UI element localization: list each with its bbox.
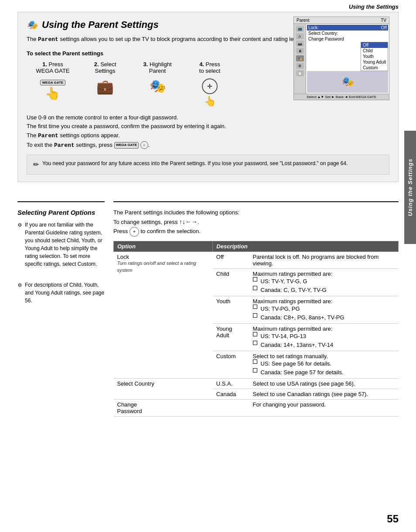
- tip-2: ✡ For descriptions of Child, Youth, and …: [17, 281, 105, 305]
- top-section: 🎭 Using the Parent Settings The Parent s…: [17, 12, 399, 182]
- select-button-icon: ✛: [202, 78, 218, 94]
- page-number: 55: [387, 513, 399, 525]
- tv-dropdown-custom: Custom: [361, 65, 388, 71]
- child-us-item: US: TV-Y, TV-G, G: [253, 277, 395, 286]
- options-intro-line1: The Parent settings includes the followi…: [113, 208, 399, 217]
- tv-menu-country: Select Country:: [307, 30, 388, 36]
- lock-off-value: Off: [213, 252, 249, 269]
- country-option-cell: Select Country: [114, 379, 213, 400]
- body-text: Use 0-9 on the remote control to enter a…: [27, 113, 289, 150]
- youngadult-us-item: US: TV-14, PG-13: [253, 332, 395, 341]
- lock-child-desc: Maximum ratings permitted are: US: TV-Y,…: [249, 269, 399, 296]
- youngadult-canada-text: Canada: 14+, 13ans+, TV-14: [261, 341, 334, 349]
- lock-label: Lock: [117, 254, 129, 260]
- tip-1-text: If you are not familiar with the Parenta…: [25, 221, 105, 268]
- options-intro-line2: To change settings, press ↑↓←→.: [113, 217, 399, 227]
- step-2-label: 2. SelectSettings: [94, 61, 116, 74]
- col-description: Description: [213, 241, 399, 252]
- hand-press-icon: 👆: [45, 87, 60, 100]
- checkbox-youth-canada: [253, 313, 257, 318]
- tv-sidebar-icon-7: 📋: [296, 70, 304, 76]
- tv-menu-password-label: Change Password: [308, 37, 344, 41]
- table-row-lock-off: Lock Turn ratings on/off and select a ra…: [114, 252, 399, 269]
- parent-mono-2: Parent: [54, 142, 75, 149]
- step-1-image: WEGA GATE 👆: [40, 78, 65, 101]
- tv-mockup-body: 📺 🔊 📷 🖥 🎭 ⚙ 📋 Lock: Off Select Country:: [294, 24, 389, 94]
- tip-1: ✡ If you are not familiar with the Paren…: [17, 221, 105, 268]
- tv-sidebar-icon-2: 🔊: [296, 33, 304, 39]
- tv-dropdown: Off Child Youth Young Adult Custom: [361, 42, 388, 71]
- tv-sidebar-icon-1: 📺: [296, 26, 304, 32]
- tv-mockup: Parent TV 📺 🔊 📷 🖥 🎭 ⚙ 📋 Lock: Off: [293, 17, 389, 100]
- parent-settings-icon: 🎭: [27, 20, 38, 30]
- step-2: 2. SelectSettings 💼: [79, 61, 131, 95]
- tv-dropdown-off: Off: [361, 42, 388, 48]
- checkbox-youngadult-us: [253, 332, 257, 336]
- steps-row: 1. PressWEGA GATE WEGA GATE 👆 2. SelectS…: [27, 61, 236, 107]
- country-canada-value: Canada: [213, 389, 249, 400]
- tv-dropdown-youth: Youth: [361, 54, 388, 59]
- tv-menu-lock: Lock: Off: [307, 25, 388, 30]
- country-usa-value: U.S.A.: [213, 379, 249, 389]
- lock-option-cell: Lock Turn ratings on/off and select a ra…: [114, 252, 213, 379]
- step-3-image: 🎭: [150, 78, 166, 94]
- lock-youngadult-value: Young Adult: [213, 324, 249, 351]
- options-intro: The Parent settings includes the followi…: [113, 208, 399, 237]
- child-canada-item: Canada: C, G, TV-Y, TV-G: [253, 286, 395, 295]
- youngadult-us-text: US: TV-14, PG-13: [261, 332, 307, 341]
- lock-custom-desc: Select to set ratings manually. US: See …: [249, 351, 399, 379]
- parent-mono-1: Parent: [38, 132, 58, 139]
- exit-circle-btn: ○: [140, 141, 148, 149]
- tv-mockup-main: Lock: Off Select Country: Change Passwor…: [306, 24, 389, 94]
- parent-menu-icon: 🎭: [150, 78, 166, 94]
- wega-gate-button-img: WEGA GATE: [40, 80, 65, 85]
- step-1-label: 1. PressWEGA GATE: [36, 61, 69, 74]
- lock-youngadult-desc: Maximum ratings permitted are: US: TV-14…: [249, 324, 399, 351]
- step-4-image: ✛ 👆: [202, 78, 218, 107]
- right-column: The Parent settings includes the followi…: [113, 193, 399, 417]
- country-usa-desc: Select to use USA ratings (see page 56).: [249, 379, 399, 389]
- note-text: You need your password for any future ac…: [42, 159, 348, 167]
- checkbox-custom-canada: [253, 368, 257, 373]
- custom-canada-text: Canada: See page 57 for details.: [261, 368, 344, 377]
- tv-menu-country-label: Select Country:: [308, 31, 338, 36]
- child-canada-text: Canada: C, G, TV-Y, TV-G: [261, 286, 327, 295]
- lock-youth-value: Youth: [213, 296, 249, 324]
- left-column: Selecting Parent Options ✡ If you are no…: [17, 193, 113, 417]
- tv-sidebar-icon-5: 🎭: [296, 55, 304, 61]
- tip-2-text: For descriptions of Child, Youth, and Yo…: [25, 281, 105, 305]
- wega-gate-inline-icon: WEGA GATE: [114, 142, 139, 149]
- note-box: ✏ You need your password for any future …: [27, 155, 389, 175]
- briefcase-icon: 💼: [96, 78, 114, 95]
- tv-sidebar-icon-6: ⚙: [296, 63, 304, 69]
- left-column-title: Selecting Parent Options: [17, 208, 105, 217]
- tip-2-icon: ✡: [17, 281, 22, 305]
- tv-mockup-footer: Select:▲▼ Set:► Back:◄ Exit:WEGA GATE: [294, 94, 389, 100]
- options-intro-line3: Press + to confirm the selection.: [113, 227, 399, 237]
- country-canada-desc: Select to use Canadian ratings (see page…: [249, 389, 399, 400]
- page-number-text: 55: [387, 513, 399, 525]
- header-title: Using the Settings: [349, 3, 399, 10]
- lock-custom-value: Custom: [213, 351, 249, 379]
- side-tab: Using the Settings: [404, 131, 416, 244]
- page-header: Using the Settings: [0, 0, 416, 12]
- step-3-label: 3. HighlightParent: [143, 61, 171, 74]
- password-desc: For changing your password.: [249, 400, 399, 417]
- tv-mockup-header: Parent TV: [294, 17, 389, 24]
- checkbox-child-us: [253, 277, 257, 281]
- password-value: [213, 400, 249, 417]
- table-header: Option Description: [114, 241, 399, 252]
- tv-sidebar-icon-3: 📷: [296, 41, 304, 47]
- tv-dropdown-youngadult: Young Adult: [361, 59, 388, 65]
- child-us-text: US: TV-Y, TV-G, G: [261, 277, 307, 286]
- youth-canada-item: Canada: C8+, PG, 8ans+, TV-PG: [253, 313, 395, 322]
- step-3: 3. HighlightParent 🎭: [131, 61, 184, 94]
- tv-menu-password: Change Password: [307, 36, 388, 42]
- youth-us-text: US: TV-PG, PG: [261, 305, 300, 313]
- youth-canada-text: Canada: C8+, PG, 8ans+, TV-PG: [261, 313, 344, 322]
- main-content: 🎭 Using the Parent Settings The Parent s…: [0, 12, 416, 425]
- intro-parent-mono: Parent: [38, 36, 58, 43]
- custom-us-item: US: See page 56 for details.: [253, 359, 395, 368]
- confirm-button-icon: +: [130, 227, 139, 237]
- step-2-image: 💼: [96, 78, 114, 95]
